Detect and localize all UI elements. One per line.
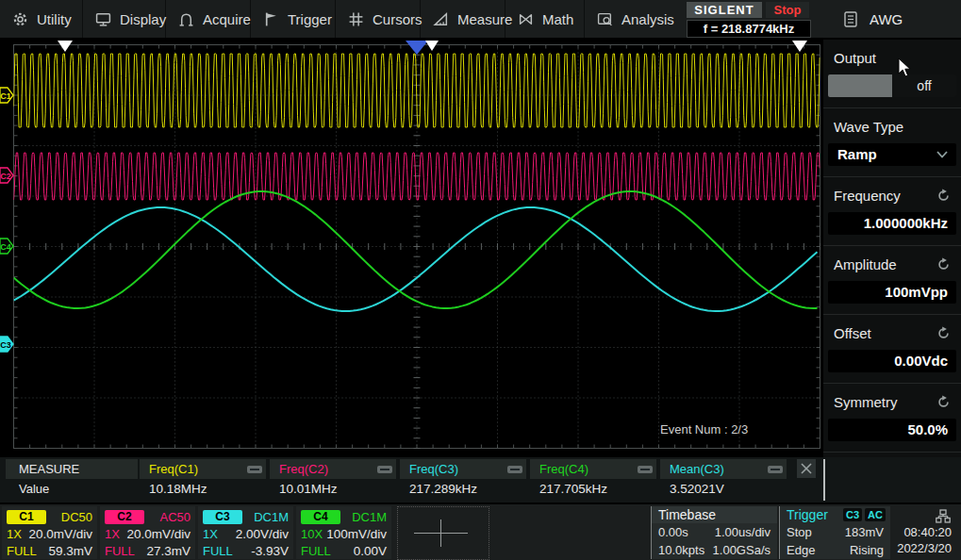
- measure-item-2[interactable]: Freq(C2): [270, 459, 396, 479]
- awg-amplitude-label: Amplitude: [834, 256, 897, 272]
- awg-offset-value[interactable]: 0.00Vdc: [828, 350, 956, 372]
- remove-measure-2-button[interactable]: [377, 466, 392, 473]
- trace-c3: [14, 207, 818, 311]
- awg-symmetry-value[interactable]: 50.0%: [828, 419, 956, 441]
- awg-output-section: Output off: [823, 40, 961, 108]
- awg-output-toggle-on-half[interactable]: [828, 74, 892, 97]
- trigger-position-marker[interactable]: [406, 41, 428, 55]
- main-menu: Utility Display Acquire Trigger Cursors …: [0, 0, 679, 38]
- display-icon: [95, 11, 111, 27]
- measure-item-3[interactable]: Freq(C3): [400, 459, 526, 479]
- channel-marker-c4[interactable]: C4: [0, 239, 13, 254]
- menu-display[interactable]: Display: [83, 0, 166, 38]
- channel-marker-c2[interactable]: C2: [0, 168, 13, 183]
- trigger-frequency-readout: f = 218.8774kHz: [687, 20, 811, 38]
- measure-item-name-0: Freq(C1): [149, 462, 198, 476]
- menu-cursors[interactable]: Cursors: [336, 0, 421, 38]
- waveform-display[interactable]: C1C2C4C3 Event Num : 2/3: [0, 40, 823, 457]
- awg-output-toggle[interactable]: off: [828, 74, 956, 97]
- channel-marker-c3[interactable]: C3: [0, 337, 13, 352]
- measure-item-1[interactable]: Freq(C1): [140, 459, 266, 479]
- symmetry-refresh-icon[interactable]: [936, 395, 951, 409]
- channel-marker-c1[interactable]: C1: [0, 88, 13, 103]
- channel-4-bandwidth: FULL: [301, 544, 331, 558]
- trigger-slope: Rising: [850, 541, 884, 559]
- remove-measure-4-button[interactable]: [638, 466, 653, 473]
- menu-analysis[interactable]: Analysis: [585, 0, 679, 38]
- channel-1-offset: 59.3mV: [48, 544, 92, 558]
- svg-text:C2: C2: [0, 172, 11, 181]
- offset-refresh-icon[interactable]: [936, 326, 951, 340]
- status-bar: C1DC50 1X20.0mV/div FULL59.3mV C2AC50 1X…: [0, 502, 961, 560]
- awg-amplitude-value[interactable]: 100mVpp: [828, 281, 956, 304]
- frequency-refresh-icon[interactable]: [936, 189, 951, 203]
- timebase-points: 10.0kpts: [658, 541, 704, 559]
- menu-display-label: Display: [120, 11, 166, 27]
- awg-frequency-value[interactable]: 1.000000kHz: [828, 212, 956, 235]
- system-time: 08:40:20: [903, 525, 952, 539]
- menu-math-label: Math: [542, 11, 573, 27]
- menu-analysis-label: Analysis: [621, 11, 674, 27]
- channel-4-scale: 100mV/div: [326, 527, 387, 541]
- measure-item-5[interactable]: Mean(C3): [660, 459, 787, 479]
- channel-2-probe: 1X: [105, 527, 120, 541]
- trigger-position-aux-marker[interactable]: [425, 41, 439, 51]
- remove-measure-3-button[interactable]: [507, 466, 522, 473]
- channel-3-descriptor[interactable]: C3DC1M 1X2.00V/div FULL-3.93V: [198, 506, 293, 559]
- trigger-flag-icon: [263, 11, 279, 27]
- awg-wave-type-dropdown[interactable]: Ramp: [828, 143, 956, 166]
- remove-measure-1-button[interactable]: [247, 466, 262, 473]
- chevron-down-icon: [936, 150, 949, 159]
- awg-side-panel: Output off Wave Type Ramp Frequency 1.00…: [823, 40, 961, 457]
- cursors-icon: [348, 11, 364, 27]
- menu-utility[interactable]: Utility: [0, 0, 83, 38]
- measure-item-4[interactable]: Freq(C4): [530, 459, 656, 479]
- timebase-panel[interactable]: Timebase 0.00s1.00us/div 10.0kpts1.00GSa…: [651, 506, 777, 559]
- run-state-indicator[interactable]: Stop: [766, 2, 809, 18]
- menu-acquire[interactable]: Acquire: [166, 0, 251, 38]
- channel-3-coupling: DC1M: [254, 510, 289, 524]
- measure-bar-separator: [823, 459, 825, 501]
- network-icon[interactable]: [936, 509, 951, 523]
- measure-gate-b-marker[interactable]: [792, 41, 807, 52]
- top-menu-bar: Utility Display Acquire Trigger Cursors …: [0, 0, 961, 40]
- awg-symmetry-section: Symmetry 50.0%: [823, 384, 961, 453]
- menu-measure[interactable]: Measure: [421, 0, 505, 38]
- menu-math[interactable]: Math: [505, 0, 585, 38]
- awg-symmetry-label: Symmetry: [834, 394, 898, 410]
- menu-trigger[interactable]: Trigger: [251, 0, 336, 38]
- amplitude-refresh-icon[interactable]: [936, 257, 951, 272]
- channel-3-probe: 1X: [203, 527, 218, 541]
- channel-2-descriptor[interactable]: C2AC50 1X20.0mV/div FULL27.3mV: [100, 506, 195, 559]
- channel-1-descriptor[interactable]: C1DC50 1X20.0mV/div FULL59.3mV: [2, 506, 97, 559]
- awg-panel-header[interactable]: AWG: [823, 0, 961, 38]
- channel-3-badge: C3: [203, 510, 242, 524]
- channel-3-bandwidth: FULL: [203, 544, 233, 558]
- measure-item-name-4: Mean(C3): [670, 462, 724, 476]
- clock-block: 08:40:20 2022/3/20: [892, 506, 959, 559]
- channel-2-bandwidth: FULL: [105, 544, 135, 558]
- measure-item-name-2: Freq(C3): [409, 462, 458, 476]
- oscilloscope-screen: Utility Display Acquire Trigger Cursors …: [0, 0, 961, 560]
- measure-value-3: 217.289kHz: [409, 482, 477, 496]
- channel-2-scale: 20.0mV/div: [126, 527, 191, 541]
- remove-measure-5-button[interactable]: [768, 466, 783, 473]
- svg-text:C3: C3: [0, 340, 11, 350]
- channel-4-coupling: DC1M: [352, 510, 387, 524]
- channel-1-probe: 1X: [7, 527, 22, 541]
- channel-1-coupling: DC50: [61, 510, 92, 524]
- delay-indicator-zone[interactable]: [397, 506, 489, 560]
- close-icon: [797, 459, 816, 478]
- channel-4-offset: 0.00V: [354, 544, 387, 558]
- trigger-panel[interactable]: Trigger C3 AC Stop183mV EdgeRising: [779, 506, 890, 559]
- channel-1-badge: C1: [7, 510, 46, 524]
- channel-4-descriptor[interactable]: C4DC1M 10X100mV/div FULL0.00V: [296, 506, 391, 559]
- trigger-type: Edge: [787, 541, 815, 559]
- measure-gate-a-marker[interactable]: [58, 41, 73, 52]
- clear-measure-button[interactable]: [797, 459, 816, 478]
- awg-output-toggle-off-half[interactable]: off: [892, 74, 956, 97]
- awg-wave-type-section: Wave Type Ramp: [823, 108, 961, 177]
- awg-wave-type-label: Wave Type: [834, 119, 903, 135]
- system-date: 2022/3/20: [897, 541, 952, 555]
- timebase-title: Timebase: [652, 506, 777, 523]
